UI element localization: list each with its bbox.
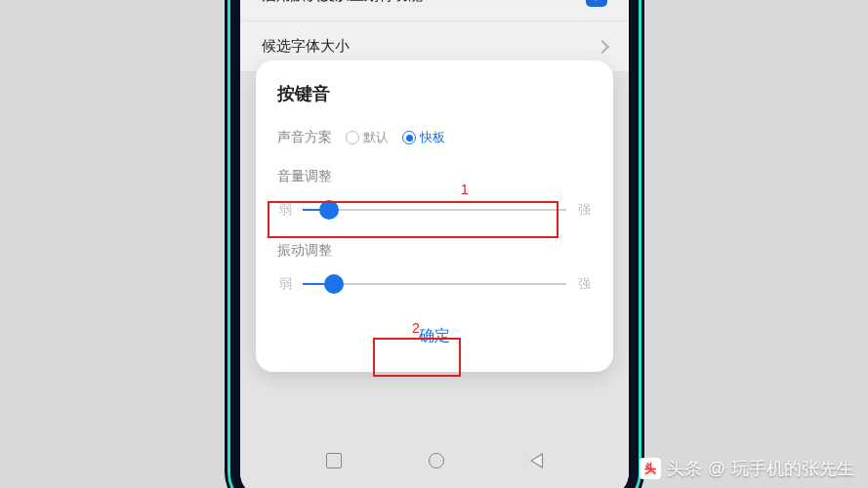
- vibration-label: 振动调整: [277, 242, 592, 260]
- volume-label: 音量调整: [277, 168, 592, 185]
- radio-option-default[interactable]: 默认: [346, 129, 389, 146]
- sound-scheme-label: 声音方案: [277, 129, 332, 146]
- slider-min-label: 弱: [277, 201, 293, 219]
- watermark-author: 玩手机的张先生: [731, 457, 854, 480]
- nav-back-icon[interactable]: [530, 453, 543, 468]
- keypress-sound-dialog: 按键音 声音方案 默认 快板 音量调整 弱: [256, 61, 613, 372]
- radio-label: 默认: [363, 129, 389, 146]
- slider-max-label: 强: [576, 275, 592, 293]
- radio-label: 快板: [420, 129, 445, 146]
- slider-thumb[interactable]: [319, 200, 339, 220]
- dialog-title: 按键音: [277, 82, 592, 105]
- radio-icon: [346, 131, 359, 144]
- radio-option-kuaiban[interactable]: 快板: [402, 129, 445, 146]
- nav-recent-icon[interactable]: [326, 453, 342, 468]
- slider-thumb[interactable]: [324, 274, 344, 294]
- vibration-slider[interactable]: [303, 283, 566, 285]
- phone-screen: 启用默认皮肤上划符功能 候选字体大小 按键音 声音方案: [240, 0, 629, 488]
- watermark: 头 头条 @ 玩手机的张先生: [640, 457, 854, 480]
- radio-icon: [402, 131, 416, 144]
- volume-slider-row: 弱 强: [277, 199, 592, 221]
- watermark-prefix: 头条: [667, 457, 702, 480]
- phone-frame: 启用默认皮肤上划符功能 候选字体大小 按键音 声音方案: [230, 0, 639, 488]
- android-nav-bar: [240, 441, 629, 480]
- slider-max-label: 强: [576, 201, 592, 219]
- nav-home-icon[interactable]: [429, 453, 444, 468]
- watermark-at: @: [708, 459, 725, 479]
- toutiao-logo-icon: 头: [640, 458, 661, 479]
- sound-scheme-row: 声音方案 默认 快板: [277, 129, 592, 146]
- volume-slider[interactable]: [303, 209, 566, 211]
- slider-min-label: 弱: [277, 275, 293, 293]
- confirm-button[interactable]: 确定: [395, 316, 474, 356]
- vibration-slider-row: 弱 强: [277, 273, 592, 295]
